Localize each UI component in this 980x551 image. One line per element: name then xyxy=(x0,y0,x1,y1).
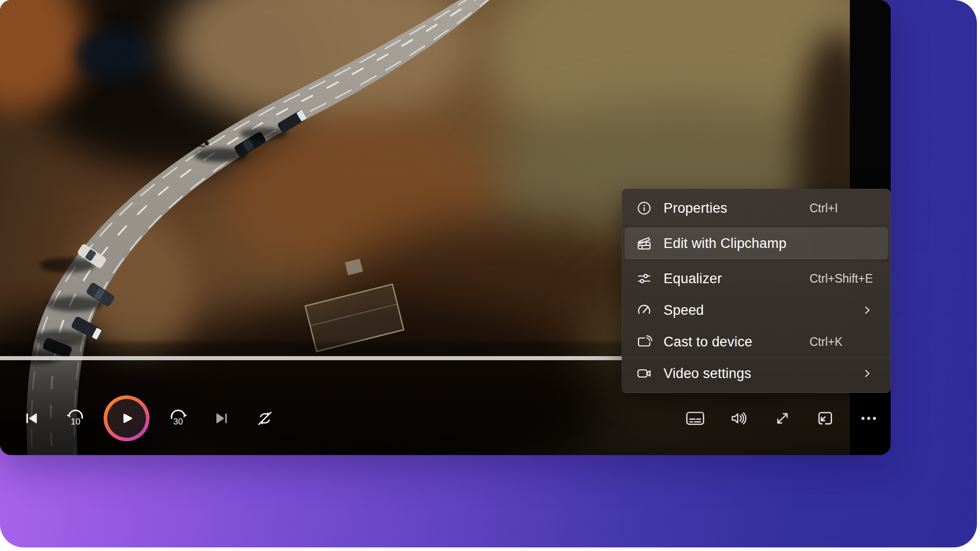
menu-item-shortcut: Ctrl+K xyxy=(810,335,843,349)
speed-icon xyxy=(625,303,664,318)
skip-back-icon xyxy=(23,410,40,427)
repeat-off-button[interactable] xyxy=(251,404,279,433)
menu-separator xyxy=(623,226,890,226)
subtitles-icon xyxy=(685,410,705,427)
menu-item-shortcut: Ctrl+Shift+E xyxy=(810,272,873,286)
menu-item-label: Cast to device xyxy=(664,334,752,350)
mini-player-button[interactable] xyxy=(811,404,840,433)
play-button-inner xyxy=(107,399,146,438)
cast-icon xyxy=(625,334,664,350)
subtitles-button[interactable] xyxy=(681,404,709,433)
menu-item-label: Edit with Clipchamp xyxy=(664,236,787,252)
clapperboard-icon xyxy=(625,235,664,252)
volume-icon xyxy=(729,409,748,428)
forward-30-icon: 30 xyxy=(168,408,188,429)
skip-forward-icon xyxy=(213,410,230,427)
screenshot-stage: 10 30 xyxy=(0,0,980,551)
equalizer-icon xyxy=(625,271,664,286)
menu-separator xyxy=(623,261,890,261)
media-player-window: 10 30 xyxy=(0,0,891,455)
volume-button[interactable] xyxy=(724,404,753,433)
menu-item-cast-to-device[interactable]: Cast to device Ctrl+K xyxy=(625,326,888,358)
stone-ruins xyxy=(298,253,404,352)
more-icon xyxy=(860,409,878,428)
repeat-off-icon xyxy=(256,409,274,428)
menu-item-label: Speed xyxy=(664,303,704,318)
menu-item-speed[interactable]: Speed xyxy=(625,294,888,326)
menu-item-equalizer[interactable]: Equalizer Ctrl+Shift+E xyxy=(625,263,888,294)
menu-item-video-settings[interactable]: Video settings xyxy=(625,358,888,389)
rewind-10-icon: 10 xyxy=(65,408,86,429)
menu-item-shortcut: Ctrl+I xyxy=(810,202,838,215)
fullscreen-icon xyxy=(774,410,791,427)
forward-30-button[interactable]: 30 xyxy=(164,404,192,433)
menu-item-label: Video settings xyxy=(664,366,751,382)
skip-forward-button[interactable] xyxy=(207,404,236,433)
skip-back-button[interactable] xyxy=(17,404,46,433)
svg-text:30: 30 xyxy=(174,417,183,427)
fullscreen-button[interactable] xyxy=(768,404,797,433)
menu-item-label: Equalizer xyxy=(664,271,722,287)
mini-player-icon xyxy=(816,409,835,428)
video-camera-icon xyxy=(625,365,664,382)
submenu-chevron-icon xyxy=(862,305,872,315)
play-button[interactable] xyxy=(104,395,150,441)
rewind-10-button[interactable]: 10 xyxy=(61,404,90,433)
menu-item-label: Properties xyxy=(664,201,727,216)
more-options-button[interactable] xyxy=(854,404,883,433)
info-icon xyxy=(625,201,664,216)
play-icon xyxy=(117,409,136,428)
submenu-chevron-icon xyxy=(862,368,872,379)
person xyxy=(205,141,209,145)
menu-item-properties[interactable]: Properties Ctrl+I xyxy=(625,192,888,224)
context-menu: Properties Ctrl+I Edit with Clipchamp xyxy=(622,189,891,393)
svg-text:10: 10 xyxy=(71,417,81,427)
menu-item-edit-with-clipchamp[interactable]: Edit with Clipchamp xyxy=(625,228,888,259)
